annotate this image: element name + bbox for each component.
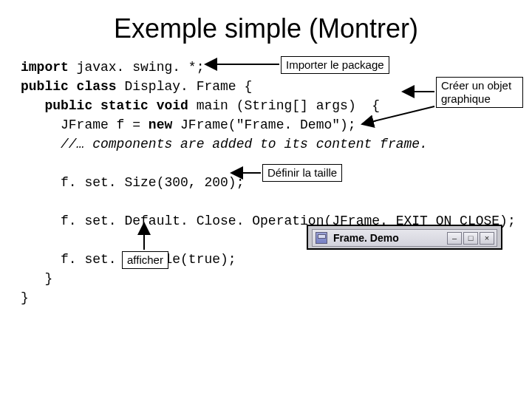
code-text: } bbox=[21, 271, 52, 286]
code-kw: public class bbox=[21, 79, 117, 94]
code-text: javax. swing. *; bbox=[69, 60, 205, 75]
code-text: } bbox=[21, 290, 29, 305]
code-text: JFrame("Frame. Demo"); bbox=[172, 117, 355, 132]
code-text: main (String[] args) { bbox=[188, 98, 380, 113]
minimize-button[interactable]: – bbox=[447, 232, 462, 245]
jframe-title: Frame. Demo bbox=[333, 232, 447, 244]
code-text: Display. Frame { bbox=[117, 79, 253, 94]
maximize-button[interactable]: □ bbox=[463, 232, 478, 245]
code-kw: new bbox=[149, 117, 172, 132]
jframe-window: Frame. Demo – □ × bbox=[307, 225, 502, 250]
annotation-show: afficher bbox=[122, 251, 168, 269]
code-comment: //… components are added to its content … bbox=[21, 137, 428, 151]
slide-title: Exemple simple (Montrer) bbox=[0, 13, 532, 44]
annotation-import: Importer le package bbox=[281, 56, 389, 74]
java-app-icon bbox=[316, 232, 327, 244]
close-button[interactable]: × bbox=[480, 232, 494, 245]
annotation-create-object: Créer un objet graphique bbox=[436, 77, 523, 108]
code-text: f. set. Size(300, 200); bbox=[21, 175, 244, 190]
code-kw: public static void bbox=[21, 98, 188, 113]
jframe-window-controls: – □ × bbox=[447, 232, 494, 245]
jframe-titlebar: Frame. Demo – □ × bbox=[312, 229, 497, 247]
code-text: JFrame f = bbox=[21, 117, 149, 132]
code-kw: import bbox=[21, 60, 69, 75]
annotation-set-size: Définir la taille bbox=[262, 164, 342, 182]
